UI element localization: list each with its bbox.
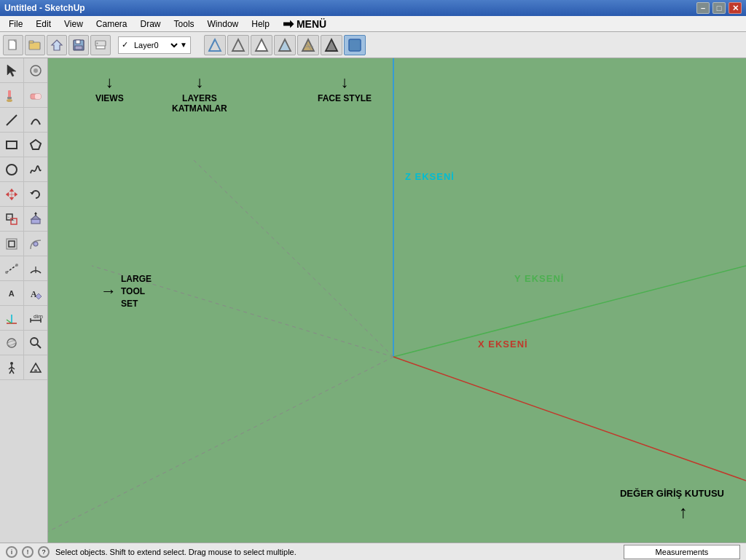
tool-row-1	[0, 58, 47, 83]
maximize-button[interactable]: □	[712, 2, 726, 14]
status-circle-1[interactable]: i	[6, 546, 17, 558]
svg-line-74	[194, 160, 393, 357]
svg-marker-39	[31, 216, 40, 219]
close-button[interactable]: ✕	[729, 2, 742, 14]
katmanlar-text: KATMANLAR	[172, 103, 227, 114]
tool-label: TOOL	[121, 285, 152, 298]
tool-pushpull[interactable]	[24, 207, 48, 231]
face-btn-active[interactable]	[344, 35, 366, 55]
tool-orbit[interactable]	[0, 331, 24, 355]
menu-camera[interactable]: Camera	[90, 17, 133, 31]
svg-line-11	[209, 39, 215, 51]
tool-line[interactable]	[0, 108, 24, 132]
layer-selector[interactable]: ✓ Layer0 ▼	[118, 36, 191, 54]
menu-view[interactable]: View	[58, 17, 89, 31]
face-btn-hidden-line[interactable]	[251, 35, 272, 55]
svg-rect-38	[31, 219, 40, 224]
face-style-group	[204, 35, 366, 55]
measurements-label: Measurements	[656, 548, 709, 556]
toolbar-printpreview[interactable]	[90, 35, 111, 55]
menu-draw[interactable]: Draw	[135, 17, 167, 31]
face-btn-wireframe[interactable]	[227, 35, 249, 55]
tool-protractor[interactable]	[24, 256, 48, 280]
tool-zoom[interactable]	[24, 331, 48, 355]
tool-arc[interactable]	[24, 108, 48, 132]
large-tool-set-label: → LARGE TOOL SET	[101, 273, 152, 309]
tool-scale[interactable]	[0, 207, 24, 231]
status-circle-3[interactable]: ?	[38, 546, 50, 558]
face-style-text: FACE STYLE	[318, 93, 372, 103]
face-btn-monochrome[interactable]	[321, 35, 342, 55]
svg-marker-34	[30, 192, 34, 194]
face-style-label: ↓ FACE STYLE	[318, 73, 372, 103]
svg-line-37	[8, 217, 15, 221]
menu-file[interactable]: File	[3, 17, 28, 31]
svg-marker-14	[279, 39, 291, 51]
tool-row-5	[0, 157, 47, 182]
toolbar-open[interactable]	[25, 35, 45, 55]
tool-text[interactable]: A	[0, 281, 24, 305]
axis-svg	[48, 58, 746, 543]
main-area: A A dim	[0, 58, 746, 543]
tool-tape[interactable]	[0, 256, 24, 280]
status-circle-2[interactable]: !	[22, 546, 34, 558]
tool-eraser[interactable]	[24, 83, 48, 107]
svg-rect-43	[9, 241, 15, 247]
layer-dropdown[interactable]: Layer0	[128, 36, 180, 54]
viewport[interactable]: ↓ VIEWS ↓ LAYERS KATMANLAR ↓ FACE STYLE …	[48, 58, 746, 543]
svg-point-69	[34, 369, 37, 372]
svg-line-72	[393, 357, 746, 481]
svg-line-73	[48, 357, 393, 532]
svg-point-47	[15, 264, 18, 267]
face-btn-xray[interactable]	[204, 35, 226, 55]
layers-label: ↓ LAYERS KATMANLAR	[172, 73, 227, 114]
tool-row-2	[0, 83, 47, 108]
minimize-button[interactable]: –	[696, 2, 710, 14]
svg-marker-12	[232, 39, 244, 51]
x-axis-label: X EKSENİ	[478, 339, 528, 350]
tool-space-nav[interactable]	[24, 58, 48, 82]
svg-text:A: A	[31, 289, 37, 299]
tool-move[interactable]	[0, 182, 24, 206]
tool-circle[interactable]	[0, 157, 24, 181]
tool-axes[interactable]	[0, 306, 24, 330]
measurements-box[interactable]: Measurements	[624, 545, 740, 559]
menu-arrow: ➡ MENÜ	[283, 16, 326, 32]
svg-marker-41	[34, 212, 37, 214]
tool-rectangle[interactable]	[0, 133, 24, 157]
face-btn-shaded[interactable]	[274, 35, 296, 55]
tool-select[interactable]	[0, 58, 24, 82]
menu-edit[interactable]: Edit	[30, 17, 57, 31]
tool-offset[interactable]	[0, 232, 24, 256]
svg-line-28	[7, 115, 17, 125]
tool-paint[interactable]	[0, 83, 24, 107]
svg-point-44	[34, 242, 38, 246]
svg-line-66	[9, 370, 12, 374]
tool-rotate[interactable]	[24, 182, 48, 206]
svg-point-62	[10, 362, 13, 365]
tool-lookaround[interactable]	[24, 355, 48, 379]
large-tool-text: LARGE TOOL SET	[121, 273, 152, 309]
svg-line-45	[7, 265, 17, 272]
toolbar-save[interactable]	[68, 35, 89, 55]
tool-row-3	[0, 108, 47, 133]
views-arrow: ↓	[106, 73, 114, 92]
menu-tools[interactable]: Tools	[168, 17, 200, 31]
svg-rect-24	[7, 97, 12, 99]
svg-point-58	[7, 339, 16, 347]
tool-walk[interactable]	[0, 355, 24, 379]
toolbar-new[interactable]	[3, 35, 23, 55]
svg-point-31	[7, 165, 17, 175]
large-label: LARGE	[121, 273, 152, 285]
menu-window[interactable]: Window	[202, 17, 245, 31]
tool-freehand[interactable]	[24, 157, 48, 181]
face-btn-shaded-texture[interactable]	[297, 35, 319, 55]
title-bar-controls: – □ ✕	[696, 2, 742, 14]
tool-3dtext[interactable]: A	[24, 281, 48, 305]
tool-polygon[interactable]	[24, 133, 48, 157]
menu-help[interactable]: Help	[246, 17, 275, 31]
tool-followme[interactable]	[24, 232, 48, 256]
app-title: Untitled - SketchUp	[4, 3, 85, 13]
tool-dimensions[interactable]: dim	[24, 306, 48, 330]
toolbar-house[interactable]	[47, 35, 67, 55]
